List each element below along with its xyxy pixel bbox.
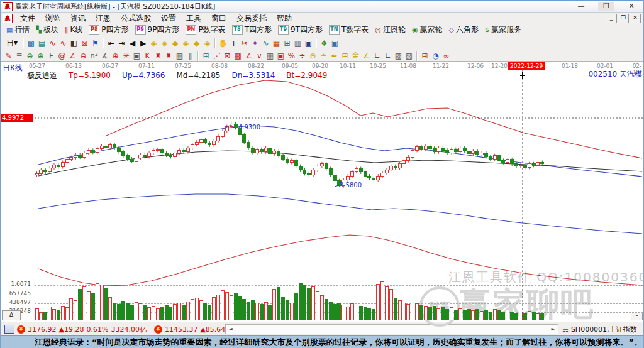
wheel-tool-icon[interactable]: ✳ (121, 50, 131, 61)
minimize-button[interactable]: — (573, 2, 589, 11)
hand-pan-tool-icon[interactable]: ✋ (218, 38, 228, 48)
mode-button-K线[interactable]: ‖K线 (62, 24, 86, 36)
pie-tool-icon[interactable]: ◔ (430, 50, 441, 61)
spiral-tool-icon[interactable]: @ (57, 50, 67, 61)
target-tool-icon[interactable]: ⊕ (110, 50, 121, 61)
period-day-selector-icon[interactable]: 日▾ (3, 38, 21, 48)
square-n2-tool-icon[interactable]: n² (89, 50, 99, 61)
trend-line-red-2-icon[interactable]: ∿ (58, 38, 69, 48)
mode-button-T四方形[interactable]: T8T四方形 (229, 24, 275, 36)
menu-item-9[interactable]: 帮助 (272, 13, 297, 24)
close-button[interactable]: ✕ (623, 2, 640, 11)
hatch-tool-icon[interactable]: ≣ (14, 50, 25, 61)
crosshair-tool-icon[interactable]: + (228, 38, 239, 48)
save-layout-icon[interactable]: ▣ (303, 38, 314, 48)
angle-red-tool-icon[interactable]: ∠ (243, 50, 254, 61)
disk-export-icon[interactable]: ❖ (319, 38, 330, 48)
goto-last-icon[interactable]: ⇥ (116, 38, 127, 48)
calculator-tool-icon[interactable]: ⊞ (282, 38, 292, 48)
goto-first-icon[interactable]: ⇤ (106, 38, 116, 48)
squeeze-all-icon[interactable]: ◆ (191, 38, 202, 48)
gold-line-tool-icon[interactable]: ≐ (318, 50, 329, 61)
page-prev-icon[interactable]: ◀ (127, 38, 138, 48)
mode-button-P四方形[interactable]: P8P四方形 (86, 24, 131, 36)
angle-gold-tool-icon[interactable]: ∠ (361, 50, 372, 61)
mode-button-赢家服务[interactable]: $赢家服务 (482, 24, 525, 36)
curve-tool-icon[interactable]: ∿ (260, 38, 271, 48)
table-tool-icon[interactable]: ▦ (265, 50, 275, 61)
box-dark-1-icon[interactable]: ▨ (393, 50, 404, 61)
mdi-restore-button[interactable]: ❐ (618, 14, 629, 23)
fan-tool-icon[interactable]: ⋰ (211, 50, 222, 61)
cyan-box-tool-icon[interactable]: ⊞ (201, 50, 211, 61)
kline-style-icon[interactable]: ▩ (26, 38, 36, 48)
page-next-icon[interactable]: ▶ (138, 38, 148, 48)
flag-tool-icon[interactable]: ⚑ (90, 38, 101, 48)
percent-line-tool-icon[interactable]: ÷ (297, 50, 308, 61)
chart-area[interactable]: 日K线 05-2706-1306-2707-1107-2508-0808-220… (1, 62, 644, 322)
chart-box-tool-icon[interactable]: ▣ (275, 50, 286, 61)
mode-button-9T四方形[interactable]: T99T四方形 (275, 24, 326, 36)
tower-red-1-icon[interactable]: ♜ (153, 50, 164, 61)
cube-tool-icon[interactable]: ⊞ (419, 50, 430, 61)
protractor-tool-icon[interactable]: ∡ (99, 50, 110, 61)
tower-red-2-icon[interactable]: ♜ (164, 50, 174, 61)
k-mark-tool-icon[interactable]: K (142, 50, 153, 61)
box-x-tool-icon[interactable]: ⊠ (222, 50, 233, 61)
mdi-minimize-button[interactable]: _ (606, 14, 617, 23)
gold-grid-tool-icon[interactable]: ⊞ (340, 50, 350, 61)
mode-button-江恩轮[interactable]: ◎江恩轮 (372, 24, 409, 36)
menu-item-4[interactable]: 公式选股 (116, 13, 156, 24)
gold-square-tool-icon[interactable]: 金 (350, 50, 361, 61)
corner-dark-tool-icon[interactable]: ∟ (382, 50, 393, 61)
expand-horizontal-icon[interactable]: ◈ (180, 38, 191, 48)
gann-green-1-icon[interactable]: ⊕ (25, 50, 35, 61)
trend-line-red-1-icon[interactable]: ∿ (47, 38, 58, 48)
mode-button-板块[interactable]: ▚板块 (33, 24, 61, 36)
gold-pen-tool-icon[interactable]: ✒ (329, 50, 340, 61)
mode-button-六角形[interactable]: ◇六角形 (446, 24, 482, 36)
mode-button-P数字表[interactable]: PNP数字表 (182, 24, 228, 36)
corner-red-tool-icon[interactable]: ∟ (372, 50, 382, 61)
pane-minimize-button[interactable]: – (631, 313, 643, 320)
quote-grid-icon[interactable] (4, 325, 14, 334)
calendar-tool-icon[interactable]: ▦ (271, 38, 282, 48)
grid-window-icon[interactable]: ▦ (174, 50, 185, 61)
squeeze-horizontal-icon[interactable]: ◆ (170, 38, 180, 48)
box-grid-tool-icon[interactable]: ▩ (233, 50, 243, 61)
gann-green-2-icon[interactable]: ⊕ (35, 50, 46, 61)
bars-tool-icon[interactable]: ∥ (185, 50, 196, 61)
gold-circle-tool-icon[interactable]: ⊜ (308, 50, 318, 61)
percent-tool-icon[interactable]: % (286, 50, 297, 61)
picture-box-icon[interactable]: ▣ (131, 50, 142, 61)
form-tool-icon[interactable]: ▥ (292, 38, 303, 48)
mode-button-赢家轮[interactable]: ◉赢家轮 (409, 24, 446, 36)
cut-tool-icon[interactable]: ✂ (239, 38, 250, 48)
box-dark-2-icon[interactable]: ▧ (404, 50, 414, 61)
gann-tool-icon[interactable]: ✦ (250, 38, 260, 48)
circle-arc-tool-icon[interactable]: ⊖ (78, 50, 89, 61)
squeeze-right-icon[interactable]: ◈ (159, 38, 170, 48)
overlay-remove-icon[interactable]: ⊠ (79, 38, 90, 48)
infinity-tool-icon[interactable]: ∞ (441, 50, 452, 61)
mode-button-行情[interactable]: ▦行情 (3, 24, 33, 36)
fibonacci-tool-icon[interactable]: F (46, 50, 57, 61)
squeeze-left-icon[interactable]: ◈ (148, 38, 159, 48)
v-tool-icon[interactable]: ∨ (254, 50, 265, 61)
menu-item-1[interactable]: 浏览 (40, 13, 65, 24)
menu-item-7[interactable]: 窗口 (206, 13, 231, 24)
pane-toggle-button[interactable]: Δ (2, 310, 21, 320)
mdi-close-button[interactable]: ✕ (630, 14, 641, 23)
menu-item-8[interactable]: 交易委托 (231, 13, 272, 24)
menu-item-2[interactable]: 资讯 (65, 13, 91, 24)
mode-button-9P四方形[interactable]: P99P四方形 (132, 24, 183, 36)
data-send-icon[interactable]: ▣ (330, 38, 340, 48)
menu-item-5[interactable]: 设置 (156, 13, 181, 24)
menu-item-6[interactable]: 工具 (181, 13, 206, 24)
info-panel-icon[interactable]: ▤ (36, 38, 47, 48)
candle-type-selector-icon[interactable]: ◧ (69, 38, 79, 48)
pen-tool-icon[interactable]: ✎ (3, 50, 14, 61)
menu-item-0[interactable]: 文件 (15, 13, 40, 24)
restore-button[interactable]: ❐ (598, 2, 614, 11)
angle-tool-icon[interactable]: ∠ (67, 50, 78, 61)
